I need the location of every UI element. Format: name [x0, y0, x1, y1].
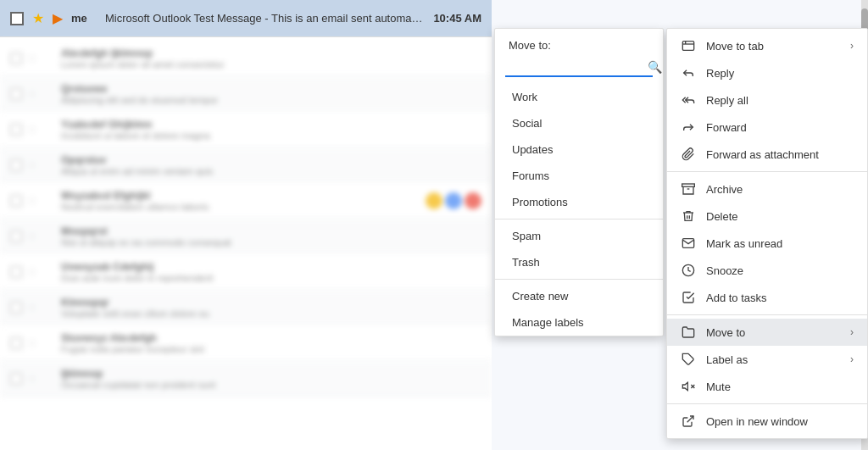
arrow-icon: ›	[850, 326, 854, 338]
ctx-move-to-tab[interactable]: Move to tab ›	[667, 32, 867, 59]
search-icon: 🔍	[648, 60, 662, 74]
open-window-icon	[681, 414, 696, 429]
ctx-label: Forward	[706, 121, 854, 134]
list-item[interactable]: ☆ IjklmnopOccaecat cupidatat non proiden…	[0, 361, 492, 397]
ctx-divider	[667, 314, 867, 315]
ctx-label: Move to tab	[706, 40, 840, 53]
tab-icon	[681, 38, 696, 53]
reply-icon	[681, 65, 696, 81]
create-new-item[interactable]: Create new	[495, 283, 663, 309]
ctx-move-to[interactable]: Move to ›	[667, 319, 867, 346]
snooze-icon	[681, 263, 696, 278]
ctx-label: Mark as unread	[706, 237, 854, 250]
move-to-promotions[interactable]: Promotions	[495, 189, 663, 215]
ctx-mute[interactable]: Mute	[667, 373, 867, 400]
svg-rect-0	[682, 42, 693, 51]
context-menu: Move to tab › Reply Reply all	[666, 28, 868, 439]
divider	[495, 279, 663, 280]
manage-labels-item[interactable]: Manage labels	[495, 309, 663, 336]
email-rows-container: ☆ Abcdefgh IjklmnopLorem ipsum dolor sit…	[0, 37, 492, 400]
ctx-label: Label as	[706, 353, 840, 366]
email-list: ★ ▶ me Microsoft Outlook Test Message - …	[0, 0, 492, 450]
move-to-forums[interactable]: Forums	[495, 163, 663, 189]
search-wrapper: 🔍	[505, 60, 653, 77]
archive-icon	[681, 181, 696, 197]
list-item[interactable]: ☆ MnopqrstNisi ut aliquip ex ea commodo …	[0, 219, 492, 254]
ctx-reply-all[interactable]: Reply all	[667, 86, 867, 114]
ctx-label: Forward as attachment	[706, 148, 854, 161]
move-to-spam[interactable]: Spam	[495, 223, 663, 249]
svg-rect-1	[682, 184, 695, 186]
email-time: 10:45 AM	[433, 12, 481, 25]
move-to-header: Move to:	[495, 29, 663, 57]
move-to-updates[interactable]: Updates	[495, 136, 663, 163]
list-item[interactable]: ☆ Yzabcdef GhijklmnIncididunt ut labore …	[0, 112, 492, 147]
move-to-search-input[interactable]	[505, 61, 648, 74]
ctx-label: Open in new window	[706, 415, 854, 428]
ctx-label: Snooze	[706, 264, 854, 277]
ctx-label: Reply	[706, 67, 854, 80]
ctx-reply[interactable]: Reply	[667, 59, 867, 86]
ctx-label: Delete	[706, 210, 854, 223]
delete-icon	[681, 208, 696, 224]
move-to-work[interactable]: Work	[495, 84, 663, 110]
move-to-social[interactable]: Social	[495, 110, 663, 136]
ctx-divider	[667, 403, 867, 404]
list-item[interactable]: ☆ OpqrstuvAliqua ut enim ad minim veniam…	[0, 147, 492, 183]
mute-icon	[681, 379, 696, 394]
forward-attach-icon	[681, 147, 696, 162]
reply-all-icon	[681, 92, 696, 108]
ctx-label: Move to	[706, 326, 840, 339]
ctx-snooze[interactable]: Snooze	[667, 257, 867, 284]
tasks-icon	[681, 290, 696, 305]
select-checkbox[interactable]	[10, 12, 24, 25]
list-item[interactable]: ☆ KlmnopqrVoluptate velit esse cillum do…	[0, 290, 492, 325]
ctx-forward[interactable]: Forward	[667, 114, 867, 141]
ctx-label: Archive	[706, 183, 854, 196]
svg-marker-5	[682, 382, 687, 390]
list-item[interactable]: ☆ QrstuvwxAdipiscing elit sed do eiusmod…	[0, 76, 492, 112]
ctx-add-tasks[interactable]: Add to tasks	[667, 284, 867, 311]
ctx-label-as[interactable]: Label as ›	[667, 346, 867, 373]
ctx-delete[interactable]: Delete	[667, 203, 867, 230]
forward-icon	[681, 119, 696, 135]
list-item[interactable]: ☆ Uvwxyzab CdefghijDuis aute irure dolor…	[0, 254, 492, 290]
ctx-label: Mute	[706, 381, 854, 393]
move-to-trash[interactable]: Trash	[495, 249, 663, 275]
arrow-icon: ›	[850, 353, 854, 365]
ctx-forward-attach[interactable]: Forward as attachment	[667, 141, 867, 168]
divider	[495, 219, 663, 219]
ctx-divider	[667, 171, 867, 172]
email-subject: Microsoft Outlook Test Message - This is…	[105, 12, 425, 25]
ctx-mark-unread[interactable]: Mark as unread	[667, 230, 867, 257]
email-top-bar: ★ ▶ me Microsoft Outlook Test Message - …	[0, 0, 492, 37]
important-icon: ▶	[53, 10, 63, 26]
list-item[interactable]: ☆ Stuvwxyz AbcdefghFugiat nulla pariatur…	[0, 325, 492, 361]
ctx-archive[interactable]: Archive	[667, 175, 867, 203]
list-item[interactable]: ☆ Abcdefgh IjklmnopLorem ipsum dolor sit…	[0, 41, 492, 76]
svg-line-8	[687, 416, 693, 422]
list-item[interactable]: ☆ Wxyzabcd EfghijklNostrud exercitation …	[0, 183, 492, 219]
star-icon[interactable]: ★	[32, 10, 44, 26]
sender-name: me	[71, 12, 97, 25]
move-to-dropdown: Move to: 🔍 Work Social Updates Forums Pr…	[494, 28, 664, 336]
unread-icon	[681, 236, 696, 251]
ctx-label: Reply all	[706, 94, 854, 107]
move-icon	[681, 325, 696, 340]
label-icon	[681, 352, 696, 367]
ctx-open-window[interactable]: Open in new window	[667, 408, 867, 435]
ctx-label: Add to tasks	[706, 292, 854, 304]
arrow-icon: ›	[850, 40, 854, 52]
